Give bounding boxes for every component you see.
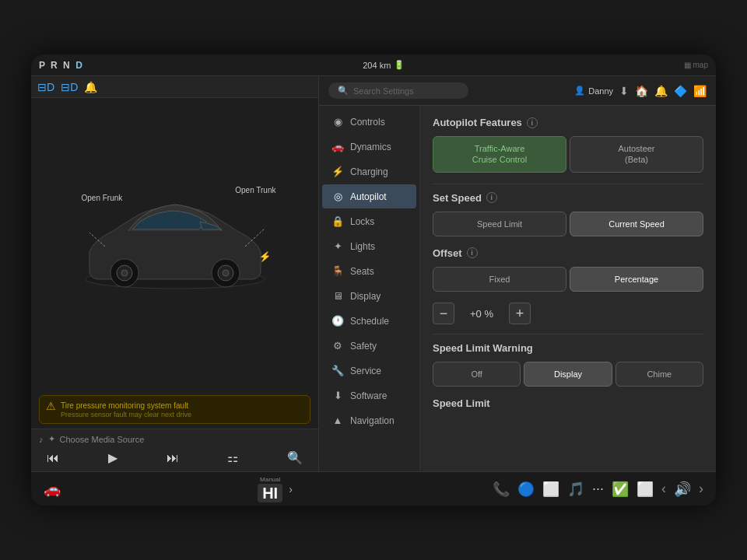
battery-icon: 🔋 (394, 60, 405, 70)
traffic-aware-cruise-button[interactable]: Traffic-AwareCruise Control (433, 136, 566, 173)
camera-icon[interactable]: ⬜ (637, 481, 654, 498)
nav-item-autopilot[interactable]: ◎ Autopilot (322, 184, 416, 208)
nav-lights-label: Lights (350, 241, 375, 252)
search-media-button[interactable]: 🔍 (282, 449, 307, 467)
display-icon: 🖥 (331, 290, 344, 302)
fixed-offset-button[interactable]: Fixed (433, 267, 566, 292)
divider-1 (433, 184, 703, 184)
prev-track-button[interactable]: ⏮ (42, 450, 64, 467)
controls-icon: ◉ (331, 116, 344, 128)
speed-limit-title: Speed Limit (433, 397, 490, 409)
seats-icon: 🪑 (331, 265, 344, 277)
gear-forward-icon: › (289, 483, 293, 495)
speed-limit-warning-title: Speed Limit Warning (433, 342, 533, 354)
home-icon[interactable]: 🏠 (635, 85, 648, 97)
nav-item-service[interactable]: 🔧 Service (322, 359, 416, 383)
nav-item-schedule[interactable]: 🕐 Schedule (322, 309, 416, 333)
current-speed-button[interactable]: Current Speed (570, 212, 703, 236)
more-icon[interactable]: ··· (592, 481, 604, 497)
taskbar: 🚗 Manual HI › 📞 🔵 ⬜ 🎵 ··· ✅ ⬜ ‹ 🔊 › (31, 471, 716, 506)
car-svg: ⚡ (66, 186, 284, 310)
prnd-display: P R N D (39, 60, 84, 71)
next-track-button[interactable]: ⏭ (162, 450, 184, 467)
autopilot-icon: ◎ (331, 191, 344, 202)
volume-icon[interactable]: 🔊 (674, 481, 691, 498)
prev-icon[interactable]: ‹ (661, 481, 666, 497)
next-icon[interactable]: › (699, 481, 703, 497)
nav-item-safety[interactable]: ⚙ Safety (322, 334, 416, 358)
media-source-row[interactable]: ♪ ✦ Choose Media Source (39, 434, 310, 444)
equalizer-button[interactable]: ⚏ (223, 449, 243, 467)
warning-chime-button[interactable]: Chime (615, 362, 703, 387)
set-speed-title: Set Speed (433, 192, 482, 204)
autosteer-button[interactable]: Autosteer(Beta) (570, 136, 703, 173)
nav-item-display[interactable]: 🖥 Display (322, 284, 416, 308)
offset-title: Offset (433, 247, 462, 259)
nav-item-controls[interactable]: ◉ Controls (322, 110, 416, 134)
set-speed-info-icon[interactable]: i (486, 192, 497, 203)
svg-point-3 (121, 270, 128, 276)
nav-item-software[interactable]: ⬇ Software (322, 383, 416, 408)
navigation-icon: ▲ (331, 415, 344, 426)
speed-limit-section: Speed Limit (433, 397, 703, 409)
warning-display-button[interactable]: Display (524, 362, 612, 387)
warning-off-button[interactable]: Off (433, 362, 521, 387)
nav-item-charging[interactable]: ⚡ Charging (322, 159, 416, 184)
taskbar-center: Manual HI › (258, 476, 296, 502)
download-icon[interactable]: ⬇ (619, 85, 629, 97)
status-center: 204 km 🔋 (363, 60, 405, 70)
taskbar-right: 📞 🔵 ⬜ 🎵 ··· ✅ ⬜ ‹ 🔊 › (493, 481, 703, 498)
autopilot-settings-content: Autopilot Features i Traffic-AwareCruise… (420, 106, 716, 471)
car-taskbar-icon[interactable]: 🚗 (44, 481, 61, 498)
bell-icon[interactable]: 🔔 (654, 85, 668, 97)
nav-item-lights[interactable]: ✦ Lights (322, 234, 416, 258)
gear-selector[interactable]: Manual HI (258, 476, 282, 502)
settings-body: ◉ Controls 🚗 Dynamics ⚡ Charging ◎ Autop… (319, 106, 716, 471)
check-icon[interactable]: ✅ (612, 481, 629, 498)
autopilot-features-section: Autopilot Features i (433, 117, 703, 128)
nav-schedule-label: Schedule (350, 316, 389, 327)
nav-item-locks[interactable]: 🔒 Locks (322, 209, 416, 233)
nav-item-seats[interactable]: 🪑 Seats (322, 259, 416, 283)
play-button[interactable]: ▶ (103, 449, 122, 467)
set-speed-group: Speed Limit Current Speed (433, 212, 703, 236)
header-icons: 👤 Danny ⬇ 🏠 🔔 🔷 📶 (574, 85, 707, 97)
speed-limit-button[interactable]: Speed Limit (433, 212, 566, 236)
low-beam-icon: ⊟D (61, 81, 78, 93)
features-info-icon[interactable]: i (527, 117, 538, 128)
signal-icon[interactable]: 📶 (693, 85, 707, 97)
service-icon: 🔧 (331, 365, 344, 376)
nav-dynamics-label: Dynamics (350, 142, 391, 152)
status-right: ▦ map (684, 61, 708, 69)
car-display: Open Frunk Open Trunk (31, 98, 318, 390)
nav-item-navigation[interactable]: ▲ Navigation (322, 408, 416, 432)
offset-decrease-button[interactable]: − (433, 303, 454, 324)
taskbar-left: 🚗 (44, 481, 61, 498)
offset-section: Offset i (433, 247, 703, 259)
offset-increase-button[interactable]: + (509, 303, 531, 324)
nav-safety-label: Safety (350, 341, 377, 352)
media-bar: ♪ ✦ Choose Media Source ⏮ ▶ ⏭ ⚏ 🔍 (31, 429, 318, 471)
username-display: Danny (588, 86, 613, 96)
offset-info-icon[interactable]: i (467, 247, 478, 258)
media-controls: ⏮ ▶ ⏭ ⚏ 🔍 (39, 449, 310, 467)
settings-panel: 🔍 Search Settings 👤 Danny ⬇ 🏠 🔔 🔷 📶 (319, 76, 716, 471)
nav-navigation-label: Navigation (350, 415, 395, 426)
offset-control: − +0 % + (433, 303, 703, 324)
nav-item-dynamics[interactable]: 🚗 Dynamics (322, 135, 416, 159)
status-left: P R N D (39, 60, 84, 71)
phone-icon[interactable]: 📞 (493, 481, 510, 498)
alert-title: Tire pressure monitoring system fault (61, 401, 191, 411)
grid-icon[interactable]: ⬜ (542, 481, 559, 498)
search-bar[interactable]: 🔍 Search Settings (328, 82, 468, 99)
bluetooth-icon[interactable]: 🔷 (674, 85, 687, 97)
svg-text:⚡: ⚡ (259, 250, 271, 262)
percentage-offset-button[interactable]: Percentage (570, 267, 703, 292)
divider-2 (433, 334, 703, 334)
nav-charging-label: Charging (350, 166, 388, 177)
main-area: ⊟D ⊟D 🔔 Open Frunk Open Trunk (31, 76, 716, 471)
choose-media-label: Choose Media Source (60, 435, 145, 444)
gear-mode-label: Manual (258, 476, 282, 483)
bluetooth-taskbar-icon[interactable]: 🔵 (517, 481, 535, 498)
music-taskbar-icon[interactable]: 🎵 (567, 481, 584, 498)
